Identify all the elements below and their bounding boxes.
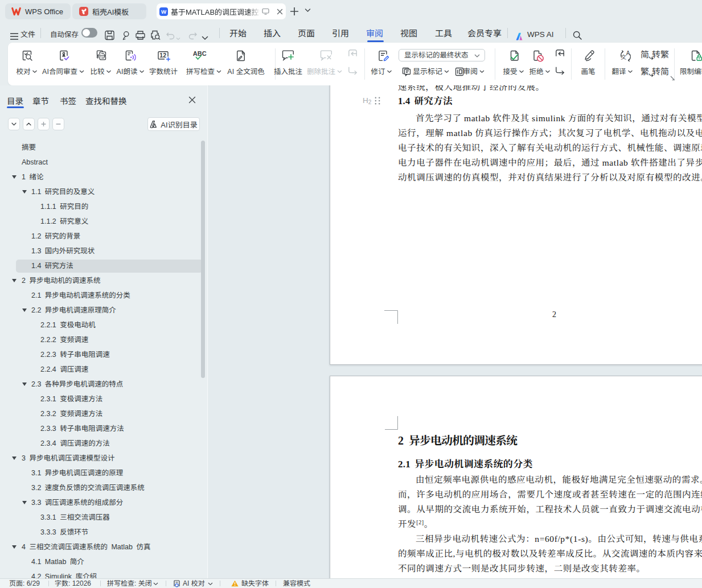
- svg-text:ABC: ABC: [193, 50, 207, 57]
- svg-text:A: A: [626, 50, 630, 56]
- svg-text:W: W: [161, 9, 167, 15]
- svg-text:12: 12: [159, 52, 166, 59]
